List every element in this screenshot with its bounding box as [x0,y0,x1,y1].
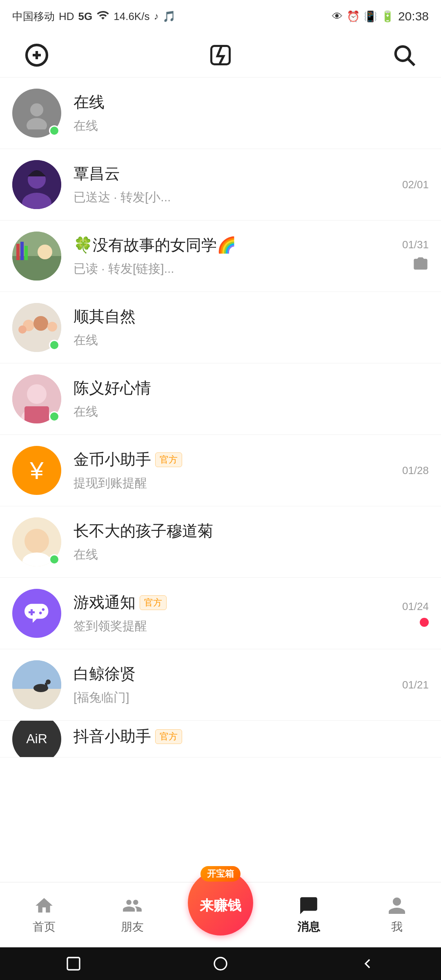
contact-item[interactable]: 白鲸徐贤 [福兔临门] 01/21 [0,649,441,721]
contact-list: 在线 在线 覃昌云 已送达 · 转发[小... 02/01 [0,78,441,882]
svg-rect-31 [12,660,61,689]
wifi-icon [96,9,109,24]
svg-line-5 [408,59,414,65]
contact-name: 长不大的孩子穆道菊 [74,521,416,541]
search-button[interactable] [388,39,421,71]
online-indicator [49,125,60,136]
avatar-wrap [12,232,61,281]
avatar-wrap [12,517,61,566]
contact-meta: 01/28 [402,464,429,477]
contact-info: 顺其自然 在线 [61,306,429,349]
svg-point-21 [47,322,57,332]
svg-point-28 [24,529,49,553]
contact-name: 陈义好心情 [74,378,416,399]
contact-item[interactable]: 在线 在线 [0,78,441,149]
bottom-navigation: 首页 朋友 开宝箱 来赚钱 消息 我 [0,882,441,947]
yen-icon: ¥ [30,457,43,485]
official-badge: 官方 [155,452,182,467]
svg-point-7 [30,103,43,116]
add-button[interactable] [20,39,53,71]
recent-apps-button[interactable] [61,951,86,976]
contact-preview: 提现到账提醒 [74,475,390,492]
contact-item[interactable]: 游戏通知 官方 签到领奖提醒 01/24 [0,578,441,649]
contact-item[interactable]: 覃昌云 已送达 · 转发[小... 02/01 [0,149,441,220]
back-button[interactable] [355,951,380,976]
contact-info: 在线 在线 [61,92,429,134]
contact-item[interactable]: 陈义好心情 在线 [0,363,441,435]
contact-name: 白鲸徐贤 [74,664,390,684]
svg-point-17 [38,245,52,259]
contact-name: 覃昌云 [74,163,390,184]
contact-item[interactable]: 长不大的孩子穆道菊 在线 [0,506,441,578]
nav-messages[interactable]: 消息 [265,895,353,935]
official-badge: 官方 [155,729,182,744]
contact-status: 在线 [74,403,416,420]
contact-info: 抖音小助手 官方 [61,726,429,752]
svg-point-24 [27,384,47,404]
contact-item-partial[interactable]: AiR 抖音小助手 官方 [0,721,441,757]
nav-messages-label: 消息 [297,919,320,935]
avatar [12,160,61,209]
online-indicator [49,554,60,565]
contact-info: 金币小助手 官方 提现到账提醒 [61,449,402,492]
contact-info: 覃昌云 已送达 · 转发[小... [61,163,402,206]
contact-info: 🍀没有故事的女同学🌈 已读 · 转发[链接]... [61,235,402,277]
top-navigation [0,33,441,78]
avatar-wrap [12,374,61,423]
official-badge: 官方 [140,595,167,610]
avatar: AiR [12,721,61,757]
svg-point-35 [46,679,51,684]
svg-point-22 [18,325,27,334]
contact-meta: 01/31 [402,238,429,274]
svg-rect-14 [16,244,20,260]
flash-button[interactable] [204,39,237,71]
nav-friends[interactable]: 朋友 [88,895,176,935]
svg-rect-32 [12,689,61,709]
tiktok-icon: ♪ [154,11,158,22]
contact-name: 抖音小助手 官方 [74,726,416,747]
contact-time: 01/28 [402,464,429,477]
svg-rect-16 [24,246,28,260]
svg-rect-38 [67,958,80,970]
avatar-wrap [12,160,61,209]
online-indicator [49,340,60,350]
svg-rect-15 [20,242,24,260]
contact-name: 🍀没有故事的女同学🌈 [74,235,390,256]
contact-status: 在线 [74,332,416,349]
contact-item[interactable]: 🍀没有故事的女同学🌈 已读 · 转发[链接]... 01/31 [0,220,441,292]
status-right: 👁 ⏰ 📳 🔋 20:38 [332,9,429,23]
contact-item[interactable]: 顺其自然 在线 [0,292,441,363]
home-button[interactable] [208,951,233,976]
system-bar [0,947,441,980]
avatar-wrap: ¥ [12,446,61,495]
avatar [12,660,61,709]
earn-label: 来赚钱 [200,896,241,915]
contact-time: 02/01 [402,178,429,191]
contact-preview: [福兔临门] [74,689,390,706]
avatar-wrap [12,89,61,138]
battery-icon: 🔋 [381,10,394,23]
contact-info: 陈义好心情 在线 [61,378,429,420]
signal-5g: 5G [78,10,93,23]
avatar-wrap [12,660,61,709]
nav-profile[interactable]: 我 [353,895,441,935]
eye-icon: 👁 [332,10,343,23]
contact-time: 01/24 [402,600,429,613]
earn-money-button[interactable]: 开宝箱 来赚钱 [188,870,253,935]
avatar-wrap [12,589,61,638]
contact-info: 白鲸徐贤 [福兔临门] [61,664,402,706]
svg-point-20 [33,316,48,331]
svg-text:AiR: AiR [26,731,47,746]
contact-info: 长不大的孩子穆道菊 在线 [61,521,429,563]
contact-item[interactable]: ¥ 金币小助手 官方 提现到账提醒 01/28 [0,435,441,506]
vibrate-icon: 📳 [364,10,377,23]
unread-badge [420,618,429,627]
contact-preview: 已读 · 转发[链接]... [74,261,390,277]
nav-home[interactable]: 首页 [0,895,88,935]
nav-center-earn[interactable]: 开宝箱 来赚钱 [176,882,265,948]
carrier: 中国移动 [12,9,55,24]
speed: 14.6K/s [114,10,149,23]
time: 20:38 [398,9,429,23]
music-icon: 🎵 [163,10,176,23]
contact-name: 金币小助手 官方 [74,449,390,470]
